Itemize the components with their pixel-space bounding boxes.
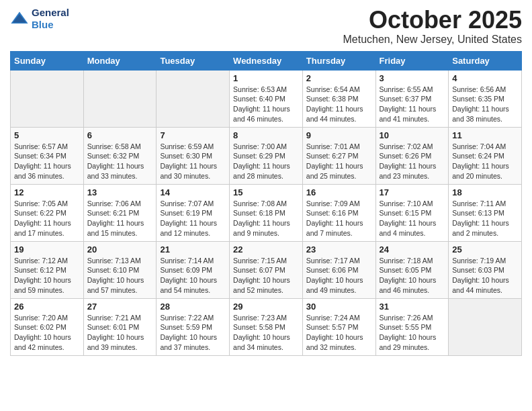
calendar-cell: 29Sunrise: 7:23 AM Sunset: 5:58 PM Dayli… xyxy=(230,298,303,355)
day-info: Sunrise: 6:59 AM Sunset: 6:30 PM Dayligh… xyxy=(160,142,226,181)
day-info: Sunrise: 7:20 AM Sunset: 6:02 PM Dayligh… xyxy=(14,313,80,353)
calendar-cell: 7Sunrise: 6:59 AM Sunset: 6:30 PM Daylig… xyxy=(157,127,230,184)
day-info: Sunrise: 6:54 AM Sunset: 6:38 PM Dayligh… xyxy=(306,85,372,124)
calendar-cell: 19Sunrise: 7:12 AM Sunset: 6:12 PM Dayli… xyxy=(11,241,84,298)
day-number: 3 xyxy=(380,73,445,83)
col-thursday: Thursday xyxy=(302,51,375,70)
col-sunday: Sunday xyxy=(11,51,84,70)
day-number: 31 xyxy=(380,302,445,312)
day-info: Sunrise: 7:19 AM Sunset: 6:03 PM Dayligh… xyxy=(452,256,518,295)
day-info: Sunrise: 7:09 AM Sunset: 6:16 PM Dayligh… xyxy=(306,199,372,238)
day-number: 25 xyxy=(452,244,518,255)
day-number: 18 xyxy=(452,187,518,197)
header: General Blue October 2025 Metuchen, New … xyxy=(10,7,522,46)
day-number: 2 xyxy=(306,73,372,83)
calendar-cell: 16Sunrise: 7:09 AM Sunset: 6:16 PM Dayli… xyxy=(302,184,375,241)
day-number: 5 xyxy=(14,130,80,140)
day-number: 1 xyxy=(233,73,299,83)
calendar-cell: 21Sunrise: 7:14 AM Sunset: 6:09 PM Dayli… xyxy=(157,241,230,298)
day-info: Sunrise: 7:26 AM Sunset: 5:55 PM Dayligh… xyxy=(380,313,445,353)
calendar-cell: 2Sunrise: 6:54 AM Sunset: 6:38 PM Daylig… xyxy=(302,70,375,127)
day-number: 30 xyxy=(306,302,372,312)
calendar-cell: 14Sunrise: 7:07 AM Sunset: 6:19 PM Dayli… xyxy=(157,184,230,241)
day-info: Sunrise: 6:58 AM Sunset: 6:32 PM Dayligh… xyxy=(87,142,153,181)
calendar-week-3: 12Sunrise: 7:05 AM Sunset: 6:22 PM Dayli… xyxy=(11,184,522,241)
day-number: 16 xyxy=(306,187,372,197)
calendar-cell: 27Sunrise: 7:21 AM Sunset: 6:01 PM Dayli… xyxy=(83,298,157,355)
day-number: 7 xyxy=(160,130,226,140)
calendar-cell xyxy=(157,70,230,127)
calendar-cell xyxy=(11,70,84,127)
calendar-week-4: 19Sunrise: 7:12 AM Sunset: 6:12 PM Dayli… xyxy=(11,241,522,298)
day-info: Sunrise: 7:07 AM Sunset: 6:19 PM Dayligh… xyxy=(160,199,226,238)
calendar-cell: 12Sunrise: 7:05 AM Sunset: 6:22 PM Dayli… xyxy=(11,184,84,241)
logo-icon xyxy=(10,9,29,28)
day-number: 28 xyxy=(160,302,226,312)
day-info: Sunrise: 7:22 AM Sunset: 5:59 PM Dayligh… xyxy=(160,313,226,353)
day-number: 26 xyxy=(14,302,80,312)
calendar-cell: 3Sunrise: 6:55 AM Sunset: 6:37 PM Daylig… xyxy=(375,70,449,127)
day-info: Sunrise: 7:08 AM Sunset: 6:18 PM Dayligh… xyxy=(233,199,299,238)
calendar-cell: 26Sunrise: 7:20 AM Sunset: 6:02 PM Dayli… xyxy=(11,298,84,355)
day-number: 27 xyxy=(87,302,153,312)
day-info: Sunrise: 7:05 AM Sunset: 6:22 PM Dayligh… xyxy=(14,199,80,238)
calendar-table: Sunday Monday Tuesday Wednesday Thursday… xyxy=(10,51,522,356)
calendar-cell: 10Sunrise: 7:02 AM Sunset: 6:26 PM Dayli… xyxy=(375,127,449,184)
header-row: Sunday Monday Tuesday Wednesday Thursday… xyxy=(11,51,522,70)
calendar-cell: 17Sunrise: 7:10 AM Sunset: 6:15 PM Dayli… xyxy=(375,184,449,241)
day-number: 19 xyxy=(14,244,80,255)
calendar-cell: 6Sunrise: 6:58 AM Sunset: 6:32 PM Daylig… xyxy=(83,127,157,184)
calendar-cell: 18Sunrise: 7:11 AM Sunset: 6:13 PM Dayli… xyxy=(449,184,522,241)
day-info: Sunrise: 7:14 AM Sunset: 6:09 PM Dayligh… xyxy=(160,256,226,295)
day-info: Sunrise: 7:00 AM Sunset: 6:29 PM Dayligh… xyxy=(233,142,299,181)
calendar-cell: 11Sunrise: 7:04 AM Sunset: 6:24 PM Dayli… xyxy=(449,127,522,184)
day-number: 13 xyxy=(87,187,153,197)
calendar-cell: 4Sunrise: 6:56 AM Sunset: 6:35 PM Daylig… xyxy=(449,70,522,127)
logo-text: General Blue xyxy=(32,7,69,31)
day-number: 21 xyxy=(160,244,226,255)
day-info: Sunrise: 7:23 AM Sunset: 5:58 PM Dayligh… xyxy=(233,313,299,353)
day-info: Sunrise: 6:57 AM Sunset: 6:34 PM Dayligh… xyxy=(14,142,80,181)
day-info: Sunrise: 7:11 AM Sunset: 6:13 PM Dayligh… xyxy=(452,199,518,238)
day-number: 4 xyxy=(452,73,518,83)
calendar-cell: 30Sunrise: 7:24 AM Sunset: 5:57 PM Dayli… xyxy=(302,298,375,355)
col-wednesday: Wednesday xyxy=(230,51,303,70)
col-tuesday: Tuesday xyxy=(157,51,230,70)
day-number: 24 xyxy=(380,244,445,255)
day-info: Sunrise: 7:13 AM Sunset: 6:10 PM Dayligh… xyxy=(87,256,153,295)
calendar-cell: 31Sunrise: 7:26 AM Sunset: 5:55 PM Dayli… xyxy=(375,298,449,355)
calendar-cell: 28Sunrise: 7:22 AM Sunset: 5:59 PM Dayli… xyxy=(157,298,230,355)
logo-general: General xyxy=(32,7,69,19)
day-number: 14 xyxy=(160,187,226,197)
day-info: Sunrise: 7:06 AM Sunset: 6:21 PM Dayligh… xyxy=(87,199,153,238)
calendar-cell: 13Sunrise: 7:06 AM Sunset: 6:21 PM Dayli… xyxy=(83,184,157,241)
day-number: 29 xyxy=(233,302,299,312)
calendar-week-2: 5Sunrise: 6:57 AM Sunset: 6:34 PM Daylig… xyxy=(11,127,522,184)
day-info: Sunrise: 6:56 AM Sunset: 6:35 PM Dayligh… xyxy=(452,85,518,124)
day-number: 23 xyxy=(306,244,372,255)
location: Metuchen, New Jersey, United States xyxy=(343,34,523,46)
day-info: Sunrise: 7:15 AM Sunset: 6:07 PM Dayligh… xyxy=(233,256,299,295)
day-info: Sunrise: 7:10 AM Sunset: 6:15 PM Dayligh… xyxy=(380,199,445,238)
calendar-cell: 24Sunrise: 7:18 AM Sunset: 6:05 PM Dayli… xyxy=(375,241,449,298)
logo: General Blue xyxy=(10,7,69,31)
day-number: 6 xyxy=(87,130,153,140)
logo-blue: Blue xyxy=(32,19,69,31)
calendar-page: General Blue October 2025 Metuchen, New … xyxy=(0,0,532,366)
calendar-cell: 8Sunrise: 7:00 AM Sunset: 6:29 PM Daylig… xyxy=(230,127,303,184)
day-info: Sunrise: 7:21 AM Sunset: 6:01 PM Dayligh… xyxy=(87,313,153,353)
calendar-cell: 15Sunrise: 7:08 AM Sunset: 6:18 PM Dayli… xyxy=(230,184,303,241)
day-info: Sunrise: 6:55 AM Sunset: 6:37 PM Dayligh… xyxy=(380,85,445,124)
day-number: 17 xyxy=(380,187,445,197)
calendar-cell: 9Sunrise: 7:01 AM Sunset: 6:27 PM Daylig… xyxy=(302,127,375,184)
day-number: 8 xyxy=(233,130,299,140)
day-number: 11 xyxy=(452,130,518,140)
day-number: 20 xyxy=(87,244,153,255)
day-info: Sunrise: 7:04 AM Sunset: 6:24 PM Dayligh… xyxy=(452,142,518,181)
calendar-cell: 5Sunrise: 6:57 AM Sunset: 6:34 PM Daylig… xyxy=(11,127,84,184)
calendar-cell xyxy=(83,70,157,127)
day-number: 10 xyxy=(380,130,445,140)
calendar-cell: 25Sunrise: 7:19 AM Sunset: 6:03 PM Dayli… xyxy=(449,241,522,298)
calendar-cell: 22Sunrise: 7:15 AM Sunset: 6:07 PM Dayli… xyxy=(230,241,303,298)
month-title: October 2025 xyxy=(343,7,523,34)
